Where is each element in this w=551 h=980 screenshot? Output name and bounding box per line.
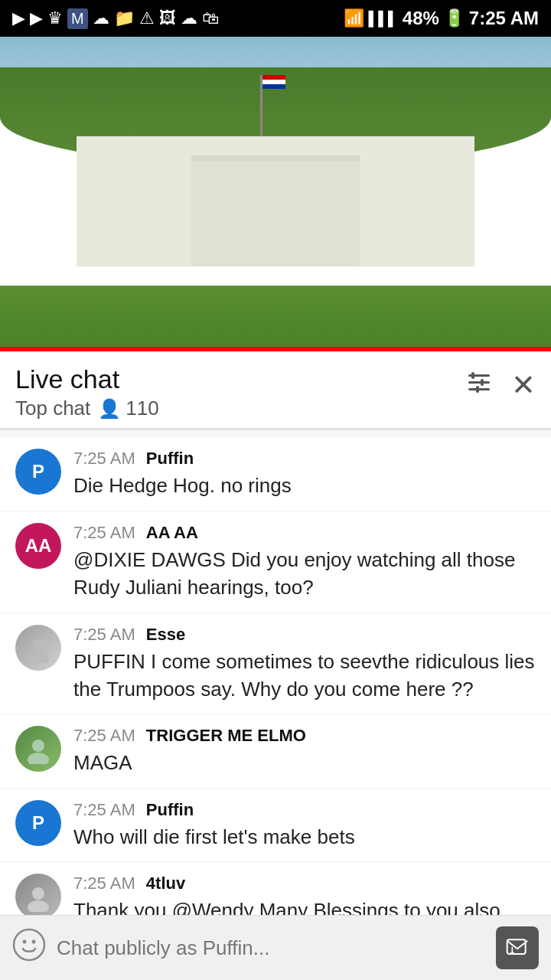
message-time: 7:25 AM [73,874,135,893]
lawn [0,286,551,347]
svg-point-9 [28,753,49,764]
message-text: MAGA [73,749,536,776]
svg-point-14 [32,939,36,943]
flag [262,75,285,89]
message-username: Esse [146,625,185,644]
message-meta: 7:25 AM Puffin [73,449,536,469]
wifi-icon: 📶 [344,8,364,28]
emoji-button[interactable] [12,928,46,969]
viewer-count: 👤 110 [98,397,158,420]
status-bar: ▶ ▶ ♛ M ☁ 📁 ⚠ 🖼 ☁ 🛍 📶 ▌▌▌ 48% 🔋 7:25 AM [0,0,551,37]
image-icon: 🖼 [159,8,176,28]
avatar [15,625,61,671]
chat-messages-list: P 7:25 AM Puffin Die Hedge Hog. no rings… [0,430,551,972]
crown-icon: ♛ [47,8,63,28]
person-icon: 👤 [98,398,121,420]
bag-icon: 🛍 [202,8,219,28]
chat-header-left: Live chat Top chat 👤 110 [15,365,159,420]
svg-point-12 [14,929,44,960]
svg-point-11 [28,900,49,912]
svg-point-8 [32,740,44,752]
battery-percent: 48% [403,8,439,29]
send-button[interactable] [496,926,539,969]
message-meta: 7:25 AM Puffin [73,800,536,820]
avatar [15,874,61,920]
message-username: Puffin [146,800,194,819]
svg-rect-15 [507,939,526,954]
svg-rect-4 [481,379,484,386]
list-item: P 7:25 AM Puffin Who will die first let'… [0,789,551,861]
signal-icon: ▌▌▌ [369,11,398,27]
message-text: Die Hedge Hog. no rings [73,472,536,499]
message-meta: 7:25 AM TRIGGER ME ELMO [73,726,536,746]
youtube-icon: ▶ [12,8,25,28]
folder-icon: 📁 [114,8,135,28]
svg-point-13 [23,939,27,943]
viewer-number: 110 [126,397,158,420]
cloud-icon: ☁ [93,8,109,28]
building-portico [191,155,360,266]
message-content: 7:25 AM Esse PUFFIN I come sometimes to … [73,625,536,704]
message-time: 7:25 AM [73,800,135,819]
list-item: 7:25 AM Esse PUFFIN I come sometimes to … [0,614,551,714]
message-username: TRIGGER ME ELMO [146,726,306,745]
message-content: 7:25 AM Puffin Die Hedge Hog. no rings [73,449,536,499]
close-icon[interactable]: ✕ [511,368,536,402]
message-text: @DIXIE DAWGS Did you enjoy watching all … [73,546,536,602]
list-item: P 7:25 AM Puffin Die Hedge Hog. no rings [0,438,551,510]
cloud2-icon: ☁ [181,8,197,28]
message-content: 7:25 AM Puffin Who will die first let's … [73,800,536,851]
svg-point-10 [32,887,44,900]
avatar: AA [15,523,61,569]
chat-header: Live chat Top chat 👤 110 ✕ [0,351,551,429]
avatar: P [15,449,61,495]
list-item: AA 7:25 AM AA AA @DIXIE DAWGS Did you en… [0,512,551,612]
message-time: 7:25 AM [73,726,135,745]
svg-point-7 [28,652,49,663]
chat-input-bar [0,915,551,980]
message-content: 7:25 AM TRIGGER ME ELMO MAGA [73,726,536,776]
m-icon: M [67,8,88,29]
message-time: 7:25 AM [73,523,135,542]
youtube-icon2: ▶ [30,8,43,28]
message-meta: 7:25 AM Esse [73,625,536,645]
avatar [15,726,61,772]
top-chat-row: Top chat 👤 110 [15,397,159,420]
list-item: 7:25 AM TRIGGER ME ELMO MAGA [0,715,551,787]
message-username: AA AA [146,523,198,542]
message-time: 7:25 AM [73,449,135,468]
message-username: 4tluv [146,874,185,893]
message-text: PUFFIN I come sometimes to seevthe ridic… [73,648,536,704]
time-display: 7:25 AM [469,8,539,29]
svg-rect-1 [468,381,490,384]
message-time: 7:25 AM [73,625,135,644]
filter-icon[interactable] [465,368,493,402]
message-content: 7:25 AM AA AA @DIXIE DAWGS Did you enjoy… [73,523,536,602]
svg-rect-5 [476,386,479,393]
message-username: Puffin [146,449,194,468]
video-area[interactable] [0,37,551,347]
live-chat-title: Live chat [15,365,159,394]
warning-icon: ⚠ [139,8,155,28]
message-meta: 7:25 AM 4tluv [73,874,536,893]
svg-point-6 [32,639,44,651]
message-meta: 7:25 AM AA AA [73,523,536,543]
avatar: P [15,800,61,846]
status-right: 📶 ▌▌▌ 48% 🔋 7:25 AM [344,8,539,29]
svg-rect-3 [471,372,474,379]
top-chat-label: Top chat [15,397,90,420]
battery-icon: 🔋 [444,8,465,28]
status-left: ▶ ▶ ♛ M ☁ 📁 ⚠ 🖼 ☁ 🛍 [12,8,219,29]
message-text: Who will die first let's make bets [73,823,536,851]
chat-text-input[interactable] [57,936,485,960]
chat-header-right[interactable]: ✕ [465,368,536,402]
